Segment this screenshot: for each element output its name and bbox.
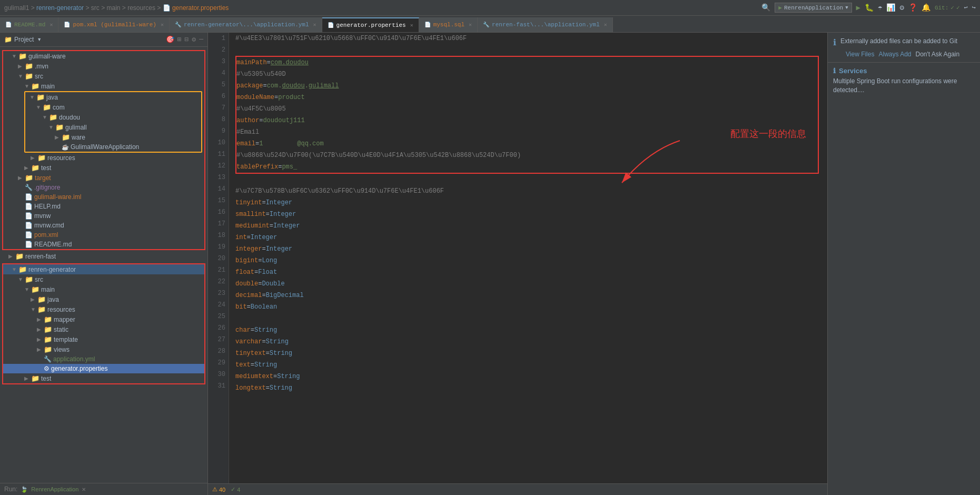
chevron-java-gen <box>31 296 36 302</box>
toolbar-right: 🔍 ▶ RenrenApplication ▼ ▶ 🐛 ☂ 📊 ⚙ ❓ 🔔 Gi… <box>761 3 976 13</box>
tree-item-renren-generator[interactable]: 📁 renren-generator <box>3 264 204 274</box>
tab-renren-app-yml[interactable]: 🔧 renren-generator\...\application.yml ✕ <box>170 17 322 32</box>
tree-item-src-gen[interactable]: 📁 src <box>3 274 204 284</box>
warning-icon: ⚠ <box>212 486 217 493</box>
tree-label: gulimall <box>65 124 87 131</box>
code-line-16: smallint=Integer <box>235 209 821 220</box>
tree-item-app-yml[interactable]: 🔧 application.yml <box>3 354 204 364</box>
update-icon[interactable]: 🔔 <box>922 3 930 12</box>
sidebar-toolbar: 🎯 ⊞ ⊟ ⚙ — <box>166 35 203 44</box>
always-add-link[interactable]: Always Add <box>878 51 911 58</box>
chevron-src <box>18 73 23 79</box>
code-line-6: moduleName=product <box>236 92 818 103</box>
tree-item-readme[interactable]: 📄 README.md <box>3 240 204 249</box>
tree-item-gulimall-ware[interactable]: 📁 gulimall-ware <box>3 51 204 61</box>
code-text: #\u4EE3\u7801\u751F\u6210\u5668\uFF0C\u9… <box>235 33 467 44</box>
tree-item-static[interactable]: 📁 static <box>3 324 204 334</box>
tab-generator-label: generator.properties <box>336 22 406 28</box>
coverage-button[interactable]: ☂ <box>878 3 882 12</box>
tree-item-mapper[interactable]: 📁 mapper <box>3 314 204 324</box>
locate-icon[interactable]: 🎯 <box>166 35 174 44</box>
tab-pom-close[interactable]: ✕ <box>161 22 164 28</box>
tab-readme[interactable]: 📄 README.md ✕ <box>0 17 58 32</box>
project-icon: 📁 <box>4 36 12 43</box>
debug-button[interactable]: 🐛 <box>865 3 874 12</box>
chevron-target <box>18 175 23 181</box>
expand-icon[interactable]: ⊞ <box>177 35 182 44</box>
minimize-icon[interactable]: — <box>199 35 203 44</box>
chevron-down-icon: ▼ <box>37 37 42 42</box>
tab-mysql-close[interactable]: ✕ <box>469 22 472 28</box>
tree-item-test-ware[interactable]: 📁 test <box>3 163 204 173</box>
folder-icon: 📁 <box>25 62 33 70</box>
code-content[interactable]: #\u4EE3\u7801\u751F\u6210\u5668\uFF0C\u9… <box>229 33 827 483</box>
tree-label: static <box>54 326 68 333</box>
view-files-link[interactable]: View Files <box>846 51 874 58</box>
run-button[interactable]: ▶ <box>856 3 860 12</box>
tree-item-resources-ware[interactable]: 📁 resources <box>3 153 204 163</box>
folder-icon: 📁 <box>31 164 39 172</box>
tab-fast-yml-close[interactable]: ✕ <box>604 22 607 28</box>
tree-item-java-gen[interactable]: 📁 java <box>3 294 204 304</box>
dont-ask-link[interactable]: Don't Ask Again <box>916 51 960 58</box>
tree-item-target[interactable]: 📁 target <box>3 173 204 183</box>
tree-item-pom[interactable]: 📄 pom.xml <box>3 230 204 240</box>
tree-item-mvnw-cmd[interactable]: 📄 mvnw.cmd <box>3 221 204 230</box>
tree-item-template[interactable]: 📁 template <box>3 334 204 344</box>
tree-item-main[interactable]: 📁 main <box>3 81 204 91</box>
tree-item-mvn[interactable]: 📁 .mvn <box>3 61 204 71</box>
tab-readme-close[interactable]: ✕ <box>50 22 53 28</box>
tree-label: resources <box>47 154 75 162</box>
chevron-resources-gen <box>31 306 36 312</box>
tree-item-com[interactable]: 📁 com <box>25 102 201 112</box>
tree-label: main <box>41 286 55 293</box>
collapse-icon[interactable]: ⊟ <box>185 35 189 44</box>
tree-item-ware-sub[interactable]: 📁 ware <box>25 132 201 142</box>
tree-label: gulimall-ware <box>28 53 66 60</box>
profile-button[interactable]: 📊 <box>886 3 895 12</box>
undo-button[interactable]: ↩ <box>964 4 968 12</box>
run-close[interactable]: ✕ <box>82 487 86 492</box>
tab-readme-label: README.md <box>14 22 45 28</box>
tree-item-ware-app[interactable]: ☕ GulimallWareApplication <box>25 142 201 152</box>
tree-item-java[interactable]: 📁 java <box>25 92 201 102</box>
tree-item-doudou[interactable]: 📁 doudou <box>25 112 201 122</box>
breadcrumb: gulimall1 > renren-generator > src > mai… <box>4 4 229 12</box>
run-config-dropdown[interactable]: ▶ RenrenApplication ▼ <box>775 3 852 13</box>
tab-renren-yml-close[interactable]: ✕ <box>313 22 316 28</box>
folder-icon: 📁 <box>55 123 64 131</box>
tree-item-gitignore[interactable]: 🔧 .gitignore <box>3 183 204 192</box>
tree-item-help[interactable]: 📄 HELP.md <box>3 202 204 211</box>
chevron-com <box>36 104 41 110</box>
tree-item-test-gen[interactable]: 📁 test <box>3 373 204 383</box>
project-label: Project <box>14 36 34 43</box>
help-icon[interactable]: ❓ <box>908 3 917 12</box>
redo-button[interactable]: ↪ <box>972 4 976 12</box>
tab-generator-close[interactable]: ✕ <box>410 22 413 28</box>
tree-item-src[interactable]: 📁 src <box>3 71 204 81</box>
folder-icon: 📁 <box>44 345 52 353</box>
code-line-31: longtext=String <box>235 382 821 394</box>
tree-item-views[interactable]: 📁 views <box>3 344 204 354</box>
code-line-11: #\u8868\u524D\u7F00(\u7C7B\u540D\u4E0D\u… <box>236 150 818 161</box>
tree-item-iml[interactable]: 📄 gulimall-ware.iml <box>3 192 204 202</box>
tree-item-gulimall-sub[interactable]: 📁 gulimall <box>25 122 201 132</box>
info-icon-services: ℹ <box>833 67 836 75</box>
search-icon[interactable]: 🔍 <box>761 3 770 12</box>
tab-generator-properties[interactable]: 📄 generator.properties ✕ <box>322 17 419 32</box>
tree-item-main-gen[interactable]: 📁 main <box>3 284 204 294</box>
settings-icon[interactable]: ⚙ <box>899 3 904 12</box>
tree-item-generator-props[interactable]: ⚙ generator.properties <box>3 364 204 373</box>
tab-pom[interactable]: 📄 pom.xml (gulimall1-ware) ✕ <box>58 17 169 32</box>
tree-item-renren-fast[interactable]: 📁 renren-fast <box>0 251 207 261</box>
code-line-19: integer=Integer <box>235 243 821 255</box>
tree-item-resources-gen[interactable]: 📁 resources <box>3 304 204 314</box>
tab-renren-fast-yml[interactable]: 🔧 renren-fast\...\application.yml ✕ <box>478 17 613 32</box>
md-icon: 📄 <box>25 241 33 248</box>
tree-item-mvnw[interactable]: 📄 mvnw <box>3 211 204 221</box>
tree-label: .gitignore <box>34 184 60 191</box>
warning-count: ⚠ 40 <box>212 486 225 493</box>
tab-mysql[interactable]: 📄 mysql.sql ✕ <box>419 17 478 32</box>
chevron-mvn <box>18 63 23 69</box>
gear-icon[interactable]: ⚙ <box>192 35 196 44</box>
